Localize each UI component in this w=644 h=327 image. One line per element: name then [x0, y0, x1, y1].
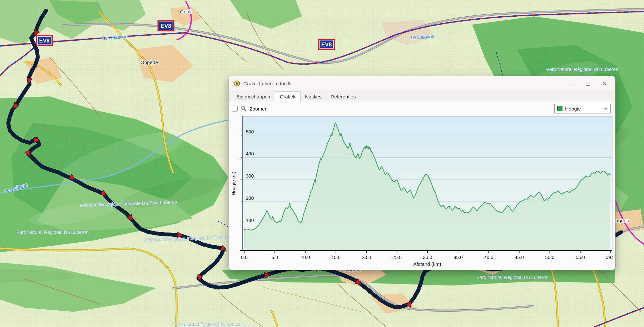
track-icon — [234, 80, 240, 87]
svg-text:55.0: 55.0 — [576, 255, 585, 260]
svg-text:10.0: 10.0 — [301, 255, 310, 260]
track-properties-window: Gravel Luberon dag 5 — ▢ ✕ Eigenschappen… — [228, 76, 616, 270]
elevation-chart[interactable]: 1002003004005000.05.010.015.020.025.030.… — [231, 116, 613, 267]
chevron-down-icon — [604, 108, 608, 110]
series-color-swatch — [557, 106, 562, 111]
town-label: Oppède — [140, 60, 158, 65]
town-label: Goult — [180, 9, 192, 14]
svg-text:100: 100 — [246, 218, 254, 223]
tab-notities[interactable]: Notities — [301, 92, 326, 102]
ev8-badge-label: EV8 — [39, 38, 49, 44]
series-dropdown-value: Hoogte — [565, 106, 601, 112]
svg-text:25.0: 25.0 — [392, 255, 401, 260]
svg-text:Afstand (km): Afstand (km) — [413, 261, 441, 267]
window-titlebar[interactable]: Gravel Luberon dag 5 — ▢ ✕ — [229, 76, 615, 91]
svg-text:30.0: 30.0 — [423, 255, 432, 260]
zoom-checkbox[interactable] — [232, 106, 238, 112]
minimize-button[interactable]: — — [563, 78, 580, 89]
svg-text:300: 300 — [246, 173, 254, 179]
maximize-button[interactable]: ▢ — [580, 78, 596, 89]
screen: EV8 EV8 EV8 Le Callavon Le Calavon Le Ca… — [0, 0, 644, 327]
svg-text:5.0: 5.0 — [271, 255, 278, 260]
park-label: Parc Naturel Régional Du Luberon — [16, 230, 88, 235]
svg-text:15.0: 15.0 — [331, 255, 340, 260]
svg-text:400: 400 — [246, 151, 254, 156]
chart-toolbar: Zoomen Hoogte — [229, 102, 615, 115]
svg-text:500: 500 — [246, 129, 254, 134]
svg-text:0.0: 0.0 — [241, 255, 248, 260]
ev8-badge-label: EV8 — [161, 23, 171, 29]
svg-text:20.0: 20.0 — [362, 255, 371, 260]
svg-text:59.9: 59.9 — [606, 255, 613, 260]
svg-text:50.0: 50.0 — [545, 255, 554, 260]
close-button[interactable]: ✕ — [596, 78, 613, 89]
tab-eigenschappen[interactable]: Eigenschappen — [232, 92, 275, 102]
ev8-badge-label: EV8 — [321, 42, 332, 48]
magnifier-icon — [241, 106, 247, 112]
park-label: Parc Naturel Régional Du Luberon — [546, 67, 618, 72]
svg-text:40.0: 40.0 — [484, 255, 493, 260]
window-title: Gravel Luberon dag 5 — [243, 81, 560, 86]
tab-bar: Eigenschappen Grafiek Notities Referenti… — [229, 91, 615, 102]
svg-text:200: 200 — [246, 196, 254, 201]
series-dropdown[interactable]: Hoogte — [554, 104, 611, 113]
svg-text:Hoogte (m): Hoogte (m) — [231, 172, 236, 196]
svg-text:45.0: 45.0 — [515, 255, 524, 260]
elevation-chart-panel[interactable]: 1002003004005000.05.010.015.020.025.030.… — [229, 115, 615, 270]
tab-grafiek[interactable]: Grafiek — [275, 91, 300, 102]
svg-text:35.0: 35.0 — [453, 255, 463, 260]
park-label: Parc Naturel Régional Du Luberon — [173, 322, 245, 327]
park-label: Parc Naturel Régional Du Luberon — [476, 275, 548, 280]
tab-referenties[interactable]: Referenties — [326, 92, 360, 102]
zoom-label: Zoomen — [249, 106, 267, 112]
